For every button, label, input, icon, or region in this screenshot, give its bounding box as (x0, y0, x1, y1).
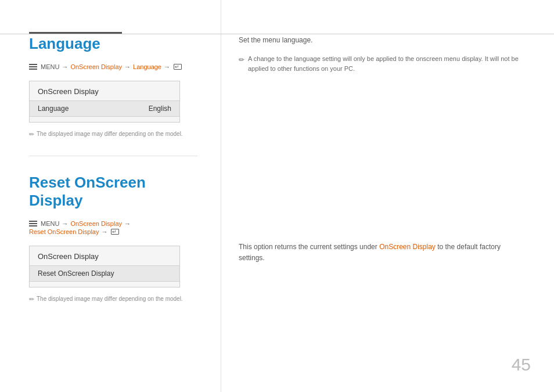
breadcrumb-link2: Language (133, 63, 161, 70)
osd-row-value: English (149, 105, 171, 113)
osd-box-row-language: Language English (30, 100, 179, 116)
reset-osd-footnote: ✏ The displayed image may differ dependi… (29, 296, 197, 303)
top-divider (0, 34, 554, 34)
enter-icon (174, 64, 182, 70)
osd-box-footer-1 (30, 116, 179, 122)
reset-osd-breadcrumb: MENU → OnScreen Display → Reset OnScreen… (29, 220, 197, 235)
language-description: Set the menu language. (239, 35, 525, 46)
left-panel: Language MENU → OnScreen Display → Langu… (0, 0, 221, 392)
breadcrumb-link3: OnScreen Display (70, 220, 122, 227)
breadcrumb-arrow3: → (164, 63, 170, 70)
breadcrumb-link1: OnScreen Display (70, 63, 122, 70)
reset-osd-box: OnScreen Display Reset OnScreen Display (29, 246, 180, 287)
language-note-text: A change to the language setting will on… (248, 54, 525, 73)
reset-desc-prefix: This option returns the current settings… (239, 243, 379, 251)
footnote-text-1: The displayed image may differ depending… (37, 131, 183, 137)
page-number: 45 (512, 355, 531, 375)
osd-box-footer-2 (30, 281, 179, 287)
right-section-1: Set the menu language. ✏ A change to the… (239, 35, 525, 73)
breadcrumb-menu-2: MENU (41, 220, 59, 227)
menu-icon (29, 64, 37, 70)
breadcrumb-arrow4: → (62, 220, 68, 227)
breadcrumb-arrow5: → (124, 220, 131, 227)
breadcrumb-arrow2: → (124, 63, 131, 70)
right-panel: Set the menu language. ✏ A change to the… (221, 0, 554, 392)
language-title: Language (29, 35, 197, 53)
osd-reset-label: Reset OnScreen Display (38, 269, 114, 278)
footnote-text-2: The displayed image may differ depending… (37, 296, 183, 302)
language-osd-box: OnScreen Display Language English (29, 81, 180, 123)
language-section: Language MENU → OnScreen Display → Langu… (29, 35, 197, 138)
breadcrumb-menu: MENU (41, 63, 59, 70)
language-footnote: ✏ The displayed image may differ dependi… (29, 131, 197, 138)
reset-osd-section: Reset OnScreen Display MENU → OnScreen D… (29, 174, 197, 303)
footnote-icon-2: ✏ (29, 296, 34, 303)
enter-icon-2 (111, 229, 119, 235)
section-divider (29, 156, 197, 156)
reset-osd-description: This option returns the current settings… (239, 242, 525, 264)
language-note: ✏ A change to the language setting will … (239, 54, 525, 73)
right-section-2: This option returns the current settings… (239, 242, 525, 264)
osd-box-header-2: OnScreen Display (30, 246, 179, 265)
language-breadcrumb: MENU → OnScreen Display → Language → (29, 63, 197, 70)
reset-desc-link: OnScreen Display (379, 243, 436, 251)
osd-box-header-1: OnScreen Display (30, 81, 179, 100)
osd-row-label: Language (38, 105, 69, 113)
menu-icon-2 (29, 221, 37, 226)
footnote-icon-1: ✏ (29, 131, 34, 138)
reset-osd-title: Reset OnScreen Display (29, 174, 197, 210)
breadcrumb-arrow1: → (62, 63, 68, 70)
breadcrumb-arrow6: → (101, 228, 107, 235)
right-note-icon-1: ✏ (239, 55, 244, 65)
osd-box-row-reset: Reset OnScreen Display (30, 265, 179, 281)
breadcrumb-link4: Reset OnScreen Display (29, 228, 99, 235)
